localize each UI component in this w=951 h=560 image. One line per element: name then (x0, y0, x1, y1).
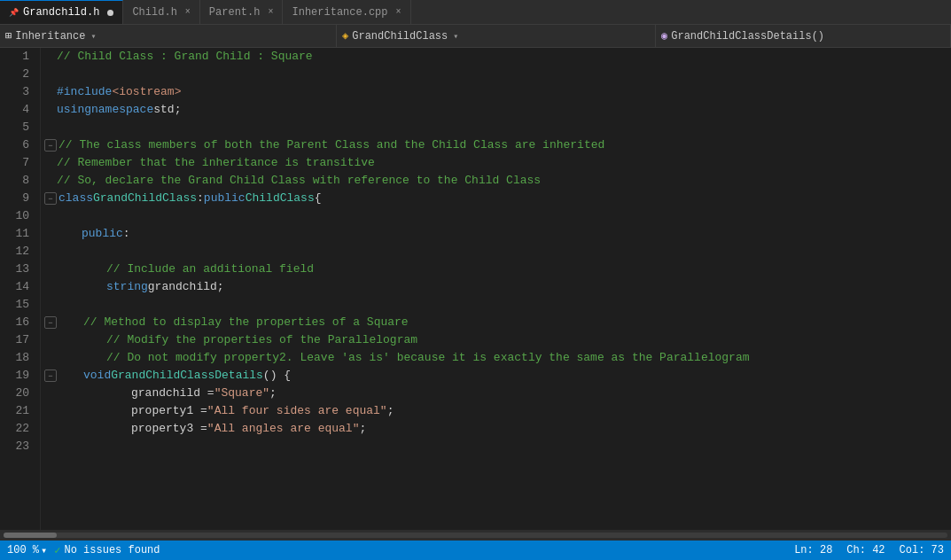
token-c-string: "All angles are equal" (207, 420, 360, 438)
tab-close-icon[interactable]: × (396, 7, 401, 17)
method-dropdown[interactable]: ◉ GrandChildClassDetails() (656, 25, 951, 47)
tab-child-h[interactable]: Child.h× (123, 0, 199, 24)
collapse-button[interactable]: − (44, 139, 57, 152)
no-issues-label: No issues found (64, 544, 160, 556)
token-c-comment: // So, declare the Grand Child Class wit… (57, 172, 541, 190)
code-line: // So, declare the Grand Child Class wit… (41, 172, 951, 190)
scope-label: Inheritance (15, 30, 85, 43)
line-number: 19 (7, 367, 29, 385)
tab-close-icon[interactable]: × (268, 7, 273, 17)
token-c-default: () { (263, 367, 291, 385)
collapse-button[interactable]: − (44, 369, 57, 382)
token-c-include-path: <iostream> (112, 83, 181, 101)
token-c-string: "All four sides are equal" (207, 402, 387, 420)
code-line: // Remember that the inheritance is tran… (41, 154, 951, 172)
toolbar: ⊞ Inheritance ▾ ◈ GrandChildClass ▾ ◉ Gr… (0, 25, 951, 48)
status-left: 100 % ▾ ✓ No issues found (7, 544, 160, 557)
token-c-default: std; (153, 101, 181, 119)
code-line: −class GrandChildClass : public ChildCla… (41, 190, 951, 207)
col-status: Col: 73 (900, 544, 944, 556)
token-c-default: grandchild = (131, 385, 214, 402)
line-number: 2 (7, 66, 29, 83)
line-number-status: Ln: 28 (794, 544, 832, 556)
collapse-button[interactable]: − (44, 192, 57, 205)
token-c-class-name: GrandChildClassDetails (111, 367, 263, 385)
modified-dot (107, 10, 113, 16)
status-bar: 100 % ▾ ✓ No issues found Ln: 28 Ch: 42 … (0, 541, 951, 560)
line-number: 21 (7, 402, 29, 420)
code-line: using namespace std; (41, 101, 951, 119)
editor: 1234567891011121314151617181920212223 //… (0, 48, 951, 530)
line-number: 10 (7, 207, 29, 225)
code-line (41, 438, 951, 455)
status-right: Ln: 28 Ch: 42 Col: 73 (794, 544, 944, 556)
token-c-default: : (123, 225, 130, 243)
token-c-class-name: ChildClass (246, 190, 315, 207)
token-c-keyword: using (57, 101, 91, 119)
line-number: 9 (7, 190, 29, 207)
scroll-track (4, 533, 947, 538)
line-number: 23 (7, 438, 29, 455)
scroll-thumb[interactable] (4, 533, 57, 538)
line-number: 6 (7, 136, 29, 154)
token-c-string: "Square" (214, 385, 269, 402)
line-number: 11 (7, 225, 29, 243)
code-line: public: (41, 225, 951, 243)
no-issues-indicator[interactable]: ✓ No issues found (54, 544, 160, 557)
scope-arrow-icon: ▾ (90, 31, 96, 42)
class-dropdown[interactable]: ◈ GrandChildClass ▾ (337, 25, 656, 47)
line-number: 14 (7, 278, 29, 296)
ch-status: Ch: 42 (846, 544, 885, 556)
code-line: −// The class members of both the Parent… (41, 136, 951, 154)
token-c-default: ; (359, 420, 366, 438)
tab-bar: 📌Grandchild.hChild.h×Parent.h×Inheritanc… (0, 0, 951, 25)
tab-inheritance-cpp[interactable]: Inheritance.cpp× (283, 0, 410, 24)
zoom-section[interactable]: 100 % ▾ (7, 544, 47, 557)
token-c-default: ; (387, 402, 394, 420)
token-c-default: { (315, 190, 322, 207)
line-number: 4 (7, 101, 29, 119)
line-number: 3 (7, 83, 29, 101)
token-c-class-name: GrandChildClass (93, 190, 197, 207)
line-number: 7 (7, 154, 29, 172)
class-label: GrandChildClass (352, 30, 448, 43)
code-line: // Modify the properties of the Parallel… (41, 331, 951, 349)
method-icon: ◉ (661, 29, 667, 43)
class-arrow-icon: ▾ (453, 31, 458, 42)
line-number: 22 (7, 420, 29, 438)
token-c-default: property1 = (131, 402, 207, 420)
line-number: 18 (7, 349, 29, 367)
token-c-default: property3 = (131, 420, 207, 438)
line-number: 8 (7, 172, 29, 190)
token-c-keyword: string (106, 278, 148, 296)
collapse-button[interactable]: − (44, 316, 57, 329)
token-c-keyword: public (204, 190, 246, 207)
code-line (41, 243, 951, 261)
code-line: grandchild = "Square"; (41, 385, 951, 402)
scope-dropdown[interactable]: ⊞ Inheritance ▾ (0, 25, 337, 47)
tab-parent-h[interactable]: Parent.h× (200, 0, 284, 24)
token-c-public: public (82, 225, 123, 243)
tab-grandchild-h[interactable]: 📌Grandchild.h (0, 0, 123, 24)
line-number: 13 (7, 261, 29, 278)
code-line (41, 119, 951, 136)
line-number: 16 (7, 314, 29, 331)
line-number: 5 (7, 119, 29, 136)
code-line: −// Method to display the properties of … (41, 314, 951, 331)
code-line (41, 66, 951, 83)
line-numbers: 1234567891011121314151617181920212223 (0, 48, 41, 530)
tab-label: Inheritance.cpp (292, 6, 387, 19)
token-c-comment: // The class members of both the Parent … (58, 136, 604, 154)
code-area[interactable]: // Child Class : Grand Child : Square#in… (41, 48, 951, 530)
token-c-default: : (197, 190, 204, 207)
zoom-level: 100 % (7, 544, 39, 556)
tab-close-icon[interactable]: × (185, 7, 191, 17)
line-number: 17 (7, 331, 29, 349)
code-line: −void GrandChildClassDetails() { (41, 367, 951, 385)
horizontal-scrollbar[interactable] (0, 530, 951, 541)
token-c-comment: // Modify the properties of the Parallel… (106, 331, 417, 349)
token-c-default: ; (269, 385, 277, 402)
code-line: string grandchild; (41, 278, 951, 296)
scope-icon: ⊞ (5, 29, 12, 43)
code-line: // Include an additional field (41, 261, 951, 278)
